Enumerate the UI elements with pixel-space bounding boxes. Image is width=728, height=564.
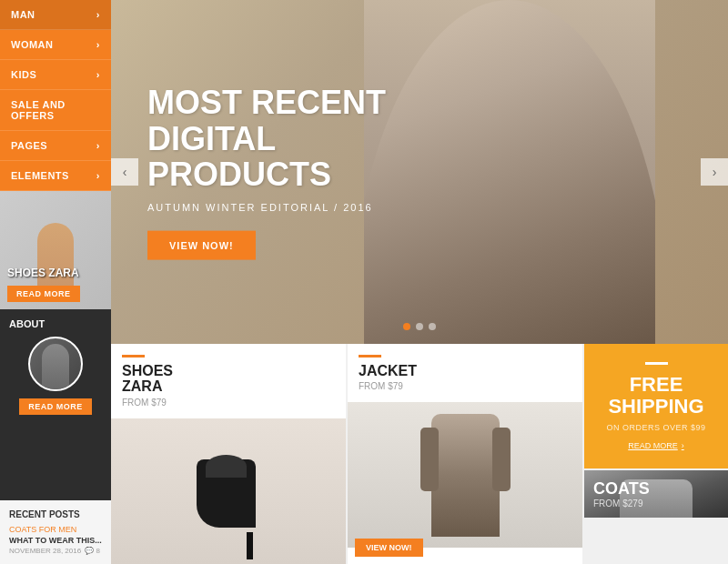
sidebar-item-kids[interactable]: KIDS › (0, 60, 111, 90)
sidebar: MAN › WOMAN › KIDS › SALE AND OFFERS PAG… (0, 0, 111, 564)
coats-name: COATS (593, 479, 719, 499)
about-read-more-button[interactable]: READ MORE (19, 398, 92, 415)
about-read-more-container: READ MORE (9, 398, 102, 415)
nav-label: KIDS (11, 69, 36, 80)
jacket-visual (348, 402, 582, 548)
sidebar-promo: SHOES ZARA READ MORE (0, 191, 111, 309)
sidebar-item-sale[interactable]: SALE AND OFFERS (0, 90, 111, 131)
free-shipping-subtitle: ON ORDERS OVER $99 (606, 423, 705, 432)
promo-overlay: SHOES ZARA READ MORE (0, 259, 111, 309)
slider-dot-2[interactable] (416, 323, 423, 330)
slider-dot-1[interactable] (403, 323, 410, 330)
chevron-right-icon: › (96, 9, 100, 20)
right-column: FREESHIPPING ON ORDERS OVER $99 READ MOR… (584, 344, 728, 564)
sidebar-item-pages[interactable]: PAGES › (0, 131, 111, 161)
jacket-sleeve-right (492, 428, 511, 491)
product-image-shoes (111, 418, 346, 564)
read-more-label: READ MORE (628, 441, 678, 450)
nav-label: ELEMENTS (11, 170, 69, 181)
product-price-shoes: FROM $79 (122, 398, 335, 408)
about-section: ABOUT READ MORE (0, 309, 111, 500)
comment-icon: 💬 8 (85, 547, 100, 555)
shoe-figure (197, 450, 260, 559)
chevron-right-icon: › (96, 69, 100, 80)
slider-prev-button[interactable]: ‹ (111, 158, 138, 186)
avatar (28, 337, 83, 391)
product-info-shoes: SHOESZARA FROM $79 (111, 344, 346, 418)
free-shipping-title: FREESHIPPING (608, 374, 703, 418)
product-name-shoes: SHOESZARA (122, 363, 335, 395)
hero-subtitle: AUTUMN WINTER EDITORIAL / 2016 (147, 201, 386, 212)
shoes-visual (111, 418, 346, 564)
recent-posts-section: RECENT POSTS COATS FOR MEN WHAT TO WEAR … (0, 500, 111, 564)
avatar-figure (42, 344, 69, 392)
product-info-jacket: JACKET FROM $79 (348, 344, 582, 403)
coats-info: COATS FROM $279 (593, 479, 719, 509)
shoe-heel (247, 532, 253, 559)
arrow-right-icon: › (682, 441, 684, 450)
arrow-right-icon: › (713, 165, 717, 179)
avatar-container (9, 337, 102, 391)
chevron-right-icon: › (96, 39, 100, 50)
fs-accent-line (645, 362, 668, 365)
hero-content: MOST RECENTDIGITALPRODUCTS AUTUMN WINTER… (147, 85, 386, 260)
hero-model-figure (364, 0, 655, 344)
promo-title: SHOES ZARA (7, 267, 104, 279)
hero-title: MOST RECENTDIGITALPRODUCTS (147, 85, 386, 193)
about-title: ABOUT (9, 318, 102, 329)
post-meta: NOVEMBER 28, 2016 💬 8 (9, 547, 102, 555)
nav-label: MAN (11, 9, 35, 20)
chevron-right-icon: › (96, 170, 100, 181)
jacket-view-now-button[interactable]: VIEW NOW! (355, 539, 423, 557)
shoe-toe (206, 455, 247, 478)
post-date: NOVEMBER 28, 2016 (9, 547, 81, 555)
sidebar-item-woman[interactable]: WOMAN › (0, 30, 111, 60)
slider-dot-3[interactable] (429, 323, 436, 330)
product-price-jacket: FROM $79 (359, 381, 571, 391)
hero-cta-button[interactable]: VIEW NOW! (147, 230, 256, 259)
product-accent-line (359, 355, 381, 358)
promo-read-more-button[interactable]: READ MORE (7, 286, 80, 302)
arrow-left-icon: ‹ (123, 165, 127, 179)
hero-slider: ‹ MOST RECENTDIGITALPRODUCTS AUTUMN WINT… (111, 0, 728, 344)
product-card-shoes: SHOESZARA FROM $79 (111, 344, 346, 564)
product-name-jacket: JACKET (359, 363, 571, 379)
free-shipping-link[interactable]: READ MORE › (628, 441, 684, 450)
slider-dots (403, 323, 436, 330)
post-category[interactable]: COATS FOR MEN (9, 525, 102, 534)
nav-label: WOMAN (11, 39, 54, 50)
hero-background-figure (364, 0, 655, 344)
nav-menu: MAN › WOMAN › KIDS › SALE AND OFFERS PAG… (0, 0, 111, 191)
product-card-jacket: JACKET FROM $79 VIEW NOW! (348, 344, 582, 564)
coats-price: FROM $279 (593, 499, 719, 509)
coats-card: COATS FROM $279 (584, 470, 728, 518)
recent-posts-title: RECENT POSTS (9, 509, 102, 519)
nav-label: SALE AND OFFERS (11, 99, 100, 121)
chevron-right-icon: › (96, 140, 100, 151)
jacket-sleeve-left (420, 428, 439, 491)
sidebar-item-elements[interactable]: ELEMENTS › (0, 161, 111, 191)
product-image-jacket: VIEW NOW! (348, 402, 582, 564)
jacket-figure (431, 414, 500, 537)
product-grid: SHOESZARA FROM $79 JACKET FROM $79 (111, 344, 728, 564)
main-content: ‹ MOST RECENTDIGITALPRODUCTS AUTUMN WINT… (111, 0, 728, 564)
sidebar-item-man[interactable]: MAN › (0, 0, 111, 30)
post-title: WHAT TO WEAR THIS... (9, 536, 102, 545)
slider-next-button[interactable]: › (701, 158, 728, 186)
free-shipping-card: FREESHIPPING ON ORDERS OVER $99 READ MOR… (584, 344, 728, 468)
nav-label: PAGES (11, 140, 47, 151)
product-accent-line (122, 355, 145, 358)
